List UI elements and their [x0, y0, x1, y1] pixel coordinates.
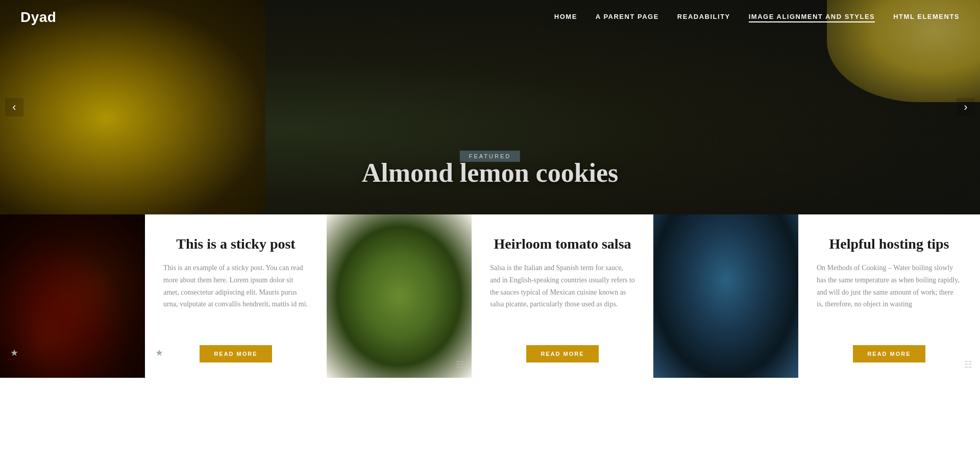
slider-prev-button[interactable]: ‹: [5, 98, 23, 116]
sticky-star-icon: ★: [10, 347, 18, 358]
site-header: Dyad HOME A PARENT PAGE READABILITY IMAG…: [0, 0, 980, 35]
post-title-tomato: Heirloom tomato salsa: [490, 235, 635, 253]
post-card-2: This is a sticky post This is an example…: [145, 214, 327, 378]
nav-parent-page[interactable]: A PARENT PAGE: [596, 13, 659, 22]
post-title-sticky: This is a sticky post: [163, 235, 308, 253]
post-card-1: ★: [0, 214, 145, 378]
hero-post-title: Almond lemon cookies: [362, 158, 619, 188]
format-icon-list-2: ☷: [964, 359, 972, 370]
post-image-vegetables: [327, 214, 472, 378]
site-logo[interactable]: Dyad: [20, 9, 56, 26]
post-excerpt-tomato: Salsa is the Italian and Spanish term fo…: [490, 262, 635, 333]
post-title-hosting: Helpful hosting tips: [817, 235, 962, 253]
nav-home[interactable]: HOME: [554, 13, 577, 22]
format-icon-list: ☷: [456, 359, 464, 370]
read-more-tomato[interactable]: READ MORE: [526, 345, 598, 362]
post-excerpt-sticky: This is an example of a sticky post. You…: [163, 262, 308, 333]
read-more-sticky[interactable]: READ MORE: [200, 345, 272, 362]
post-card-3: ☷: [327, 214, 472, 378]
main-nav: HOME A PARENT PAGE READABILITY IMAGE ALI…: [554, 13, 960, 22]
post-card-6: Helpful hosting tips On Methods of Cooki…: [798, 214, 980, 378]
nav-readability[interactable]: READABILITY: [677, 13, 730, 22]
nav-html-elements[interactable]: HTML ELEMENTS: [893, 13, 960, 22]
post-image-food-bowl: [0, 214, 145, 378]
post-card-5: [653, 214, 798, 378]
nav-image-alignment[interactable]: IMAGE ALIGNMENT AND STYLES: [749, 13, 875, 22]
post-excerpt-hosting: On Methods of Cooking – Water boiling sl…: [817, 262, 962, 333]
post-image-restaurant: [653, 214, 798, 378]
sticky-star-icon-2: ★: [155, 347, 163, 358]
post-card-4: Heirloom tomato salsa Salsa is the Itali…: [472, 214, 653, 378]
read-more-hosting[interactable]: READ MORE: [853, 345, 925, 362]
posts-grid: ★ This is a sticky post This is an examp…: [0, 214, 980, 378]
slider-next-button[interactable]: ›: [957, 98, 975, 116]
